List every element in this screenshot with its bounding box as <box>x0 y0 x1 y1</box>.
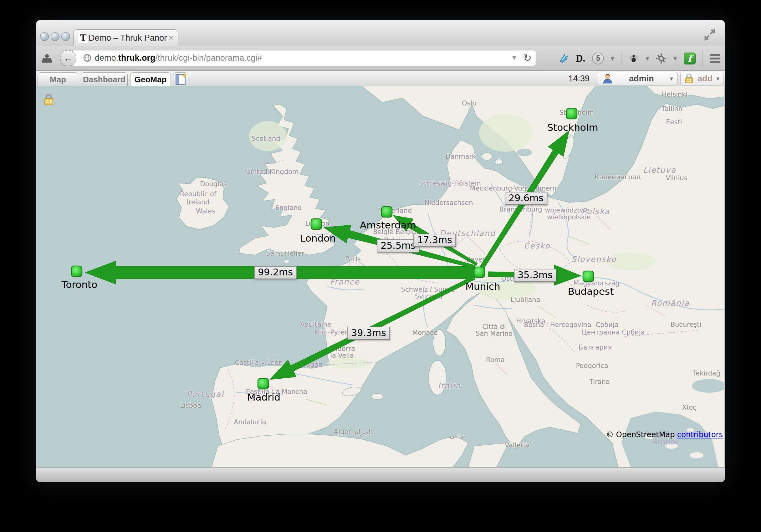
basemap-label: Paris <box>345 255 361 263</box>
basemap-label: تونس <box>450 432 465 439</box>
browser-tab[interactable]: T Demo – Thruk Panorama × <box>73 30 178 46</box>
counter-caret-icon[interactable]: ▾ <box>611 55 614 62</box>
close-window-button[interactable] <box>40 32 49 41</box>
host-marker-budapest[interactable] <box>583 271 594 282</box>
back-arrow-icon: ← <box>64 53 73 64</box>
basemap-label: Oslo <box>462 99 476 107</box>
basemap-label: Castilla-La Mancha <box>245 388 307 395</box>
basemap-label: Douglas <box>200 180 227 188</box>
attribution-contributors-link[interactable]: contributors <box>677 430 723 439</box>
screen: T Demo – Thruk Panorama × ← <box>0 0 761 532</box>
openstreetmap-basemap: OsloStockholmHelsinkiTallinnEestiDanmark… <box>36 86 725 468</box>
basemap-label: Bosna i Hercegovina <box>524 321 591 328</box>
basemap-label: Wales <box>196 207 215 215</box>
basemap-label: Danmark <box>445 153 476 160</box>
url-dropdown-icon[interactable]: ▼ <box>511 54 518 62</box>
thruk-favicon-icon: T <box>78 32 88 43</box>
flash-addon-icon[interactable]: f <box>684 53 696 64</box>
basemap-label: Saint Helier <box>266 250 305 257</box>
basemap-label: England <box>275 204 302 211</box>
map-lock-icon[interactable] <box>44 93 54 106</box>
host-marker-stockholm[interactable] <box>566 108 577 119</box>
counter-addon-icon[interactable]: 5 <box>592 53 604 64</box>
fly-addon-icon[interactable] <box>628 54 639 63</box>
basemap-label: Aquitaine <box>300 321 331 328</box>
d-addon-icon[interactable]: D. <box>576 53 585 64</box>
host-marker-amsterdam[interactable] <box>381 207 392 217</box>
tab-close-button[interactable]: × <box>169 33 174 43</box>
user-caret-icon: ▾ <box>670 75 673 82</box>
zoom-window-button[interactable] <box>61 32 70 41</box>
basemap-label: Roma <box>486 356 505 364</box>
bird-addon-icon[interactable] <box>558 53 569 64</box>
basemap-label: San Marino <box>476 330 512 337</box>
basemap-label: Mecklenburg-Vorpommern <box>470 185 556 192</box>
thruk-toolbar: Map Dashboard GeoMap ✦ 14:39 admin ▾ <box>36 71 725 86</box>
navigation-toolbar: ← demo.thruk.org/thruk/cgi-bin/panorama.… <box>36 46 725 71</box>
basemap-label: Tallinn <box>662 105 682 113</box>
basemap-label: la Vella <box>330 352 354 359</box>
new-dashboard-button[interactable]: ✦ <box>173 72 188 87</box>
basemap-label: Χίος <box>682 404 697 411</box>
browser-window: T Demo – Thruk Panorama × ← <box>36 20 725 482</box>
basemap-label: Lietuva <box>643 165 676 175</box>
basemap-label: Bucureşti <box>671 321 702 328</box>
resize-window-icon[interactable] <box>703 29 716 41</box>
basemap-label: Lisboa <box>180 402 201 409</box>
add-button[interactable]: add ▾ <box>680 72 724 86</box>
back-button[interactable]: ← <box>60 50 76 66</box>
status-bar <box>36 467 725 482</box>
add-caret-icon: ▾ <box>716 75 719 82</box>
tab-dashboard[interactable]: Dashboard <box>81 72 128 87</box>
basemap-label: Česko <box>524 241 551 250</box>
geomap-canvas[interactable]: OsloStockholmHelsinkiTallinnEestiDanmark… <box>36 86 725 468</box>
url-bar[interactable]: demo.thruk.org/thruk/cgi-bin/panorama.cg… <box>71 50 536 66</box>
basemap-label: Helsinki <box>662 91 688 98</box>
tab-geomap[interactable]: GeoMap <box>130 72 171 87</box>
host-marker-london[interactable] <box>311 219 322 229</box>
user-avatar-icon <box>602 73 613 84</box>
site-identity-globe-icon[interactable] <box>83 53 92 62</box>
host-marker-munich[interactable] <box>474 267 485 277</box>
basemap-label: România <box>651 299 689 308</box>
basemap-label: Scotland <box>252 135 280 143</box>
basemap-label: Portugal <box>187 389 224 399</box>
basemap-label: Alger الجزائر <box>334 428 372 436</box>
reload-icon[interactable]: ↻ <box>523 52 532 64</box>
basemap-label: Ireland <box>187 199 210 206</box>
basemap-label: United Kingdom <box>246 168 299 176</box>
tab-map[interactable]: Map <box>37 72 78 87</box>
add-label: add <box>697 74 713 84</box>
fly-caret-icon[interactable]: ▾ <box>646 55 649 62</box>
basemap-label: Tekirdağ <box>692 370 720 377</box>
toolbar-separator <box>621 50 621 67</box>
user-name: admin <box>613 74 670 84</box>
basemap-label: Eesti <box>666 118 682 126</box>
basemap-label: Niedersachsen <box>424 199 473 207</box>
minimize-window-button[interactable] <box>51 32 59 41</box>
attribution-text: © OpenStreetMap <box>606 430 677 439</box>
basemap-label: Ljubljana <box>511 296 540 304</box>
script-caret-icon[interactable]: ▾ <box>673 55 677 62</box>
menu-icon[interactable] <box>710 54 720 63</box>
url-text[interactable]: demo.thruk.org/thruk/cgi-bin/panorama.cg… <box>95 53 511 63</box>
user-menu-button[interactable]: admin ▾ <box>598 72 678 86</box>
basemap-label: Republic of <box>180 190 216 198</box>
new-dashboard-icon: ✦ <box>176 74 186 85</box>
basemap-label: Italia <box>438 381 461 390</box>
toolbar-separator <box>702 50 703 67</box>
basemap-label: Andalucía <box>234 418 266 426</box>
lock-icon <box>684 74 694 84</box>
panel-addon-icon[interactable] <box>41 53 53 64</box>
basemap-label: България <box>579 344 612 351</box>
window-titlebar[interactable]: T Demo – Thruk Panorama × <box>36 20 725 46</box>
clock: 14:39 <box>568 74 590 84</box>
basemap-label: Valletta <box>505 442 530 449</box>
script-addon-icon[interactable] <box>656 53 667 64</box>
basemap-label: Калининград <box>595 173 641 181</box>
host-marker-toronto[interactable] <box>71 266 82 277</box>
basemap-label: Monaco <box>412 329 438 336</box>
basemap-label: Tirana <box>589 378 610 385</box>
map-attribution: © OpenStreetMap contributors <box>606 430 723 439</box>
host-marker-madrid[interactable] <box>258 378 268 389</box>
